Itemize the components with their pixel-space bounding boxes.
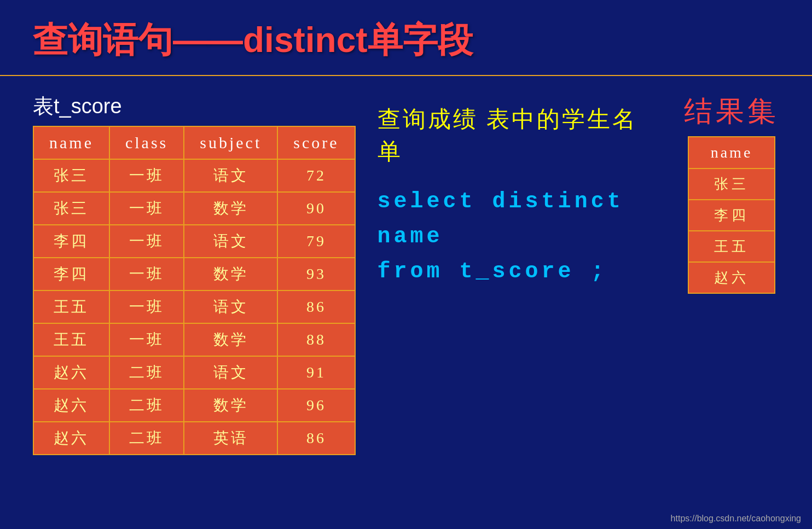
sql-code: select distinct name from t_score ; (378, 184, 662, 289)
table-cell: 91 (277, 356, 355, 389)
table-cell: 语文 (184, 159, 277, 192)
table-cell: 一班 (109, 192, 184, 225)
table-cell: 赵六 (33, 422, 109, 455)
footer-url: https://blog.csdn.net/caohongxing (671, 514, 801, 523)
header-subject: subject (184, 126, 277, 159)
table-row: 张三一班数学90 (33, 192, 355, 225)
title-dash: —— (173, 20, 243, 60)
table-cell: 88 (277, 323, 355, 356)
table-cell: 96 (277, 389, 355, 422)
table-cell: 86 (277, 290, 355, 323)
result-cell: 李四 (688, 200, 775, 231)
table-cell: 赵六 (33, 389, 109, 422)
result-table: name 张三李四王五赵六 (688, 136, 776, 294)
table-cell: 赵六 (33, 356, 109, 389)
result-label: 结果集 (684, 92, 779, 131)
table-cell: 一班 (109, 159, 184, 192)
result-cell: 张三 (688, 168, 775, 200)
result-header-name: name (688, 137, 775, 168)
table-cell: 数学 (184, 258, 277, 290)
table-label-en: t_score (54, 95, 122, 118)
table-cell: 张三 (33, 192, 109, 225)
table-cell: 一班 (109, 225, 184, 258)
table-row: 李四一班语文79 (33, 225, 355, 258)
table-cell: 数学 (184, 192, 277, 225)
table-row: 赵六二班语文91 (33, 356, 355, 389)
table-row: 王五一班数学88 (33, 323, 355, 356)
result-section: 结果集 name 张三李四王五赵六 (684, 92, 779, 294)
table-section: 表t_score name class subject score 张三一班语文… (33, 92, 356, 455)
table-cell: 李四 (33, 225, 109, 258)
middle-section: 查询成绩 表中的学生名单 select distinct name from t… (378, 92, 662, 289)
table-cell: 二班 (109, 356, 184, 389)
header-score: score (277, 126, 355, 159)
table-cell: 86 (277, 422, 355, 455)
table-cell: 72 (277, 159, 355, 192)
result-row: 李四 (688, 200, 775, 231)
table-cell: 李四 (33, 258, 109, 290)
table-cell: 二班 (109, 389, 184, 422)
main-title: 查询语句——distinct单字段 (33, 16, 779, 64)
header-class: class (109, 126, 184, 159)
table-cell: 数学 (184, 323, 277, 356)
table-cell: 93 (277, 258, 355, 290)
result-row: 赵六 (688, 262, 775, 293)
result-row: 张三 (688, 168, 775, 200)
title-en: distinct单字段 (243, 20, 473, 60)
sql-line1: select distinct name (378, 184, 662, 254)
table-row: 赵六二班英语86 (33, 422, 355, 455)
table-label-zh: 表 (33, 95, 54, 118)
result-cell: 王五 (688, 231, 775, 262)
sql-line2: from t_score ; (378, 254, 662, 289)
table-cell: 90 (277, 192, 355, 225)
title-zh: 查询语句 (33, 20, 173, 60)
table-cell: 英语 (184, 422, 277, 455)
table-cell: 语文 (184, 356, 277, 389)
table-row: 李四一班数学93 (33, 258, 355, 290)
table-cell: 一班 (109, 290, 184, 323)
table-row: 王五一班语文86 (33, 290, 355, 323)
table-row: 张三一班语文72 (33, 159, 355, 192)
table-row: 赵六二班数学96 (33, 389, 355, 422)
description-text: 查询成绩 表中的学生名单 (378, 103, 662, 168)
content-area: 表t_score name class subject score 张三一班语文… (0, 76, 812, 472)
table-cell: 王五 (33, 290, 109, 323)
footer: https://blog.csdn.net/caohongxing (671, 514, 801, 524)
result-row: 王五 (688, 231, 775, 262)
table-cell: 二班 (109, 422, 184, 455)
table-cell: 王五 (33, 323, 109, 356)
table-header-row: name class subject score (33, 126, 355, 159)
table-cell: 语文 (184, 225, 277, 258)
result-header-row: name (688, 137, 775, 168)
table-cell: 语文 (184, 290, 277, 323)
table-cell: 一班 (109, 323, 184, 356)
result-cell: 赵六 (688, 262, 775, 293)
table-cell: 一班 (109, 258, 184, 290)
table-cell: 数学 (184, 389, 277, 422)
data-table: name class subject score 张三一班语文72张三一班数学9… (33, 126, 356, 455)
table-cell: 79 (277, 225, 355, 258)
table-cell: 张三 (33, 159, 109, 192)
table-label: 表t_score (33, 92, 356, 120)
title-area: 查询语句——distinct单字段 (0, 0, 812, 76)
header-name: name (33, 126, 109, 159)
